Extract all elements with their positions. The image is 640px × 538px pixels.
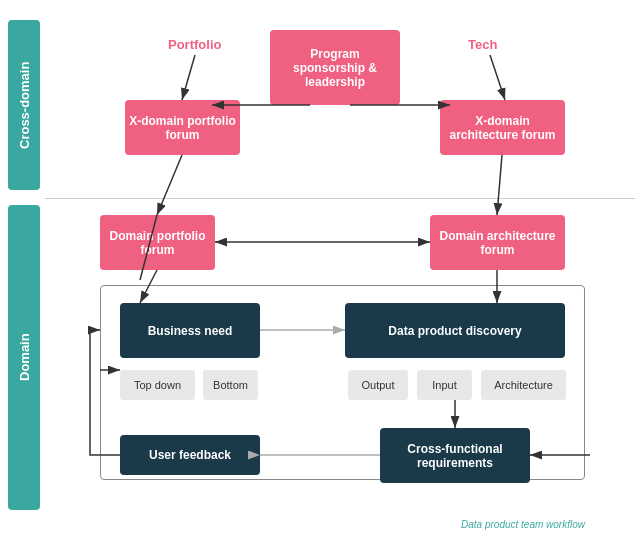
business-need-box: Business need: [120, 303, 260, 358]
watermark-text: Data product team workflow: [461, 519, 585, 530]
domain-text: Domain: [17, 334, 32, 382]
section-divider: [45, 198, 635, 199]
user-feedback-box: User feedback: [120, 435, 260, 475]
diagram-container: Cross-domain Domain Portfolio Tech Progr…: [0, 0, 640, 538]
domain-architecture-box: Domain architecture forum: [430, 215, 565, 270]
top-down-box: Top down: [120, 370, 195, 400]
cross-domain-text: Cross-domain: [17, 61, 32, 148]
tech-label: Tech: [468, 37, 497, 52]
cross-domain-label: Cross-domain: [8, 20, 40, 190]
svg-line-8: [182, 55, 195, 100]
output-box: Output: [348, 370, 408, 400]
data-product-discovery-box: Data product discovery: [345, 303, 565, 358]
domain-label: Domain: [8, 205, 40, 510]
bottom-box: Bottom: [203, 370, 258, 400]
portfolio-label: Portfolio: [168, 37, 221, 52]
xdomain-portfolio-box: X-domain portfolio forum: [125, 100, 240, 155]
xdomain-architecture-box: X-domain architecture forum: [440, 100, 565, 155]
svg-line-6: [157, 155, 182, 215]
architecture-box: Architecture: [481, 370, 566, 400]
input-box: Input: [417, 370, 472, 400]
svg-line-9: [490, 55, 505, 100]
program-sponsorship-box: Program sponsorship & leadership: [270, 30, 400, 105]
cross-functional-box: Cross-functional requirements: [380, 428, 530, 483]
domain-portfolio-box: Domain portfolio forum: [100, 215, 215, 270]
svg-line-7: [497, 155, 502, 215]
